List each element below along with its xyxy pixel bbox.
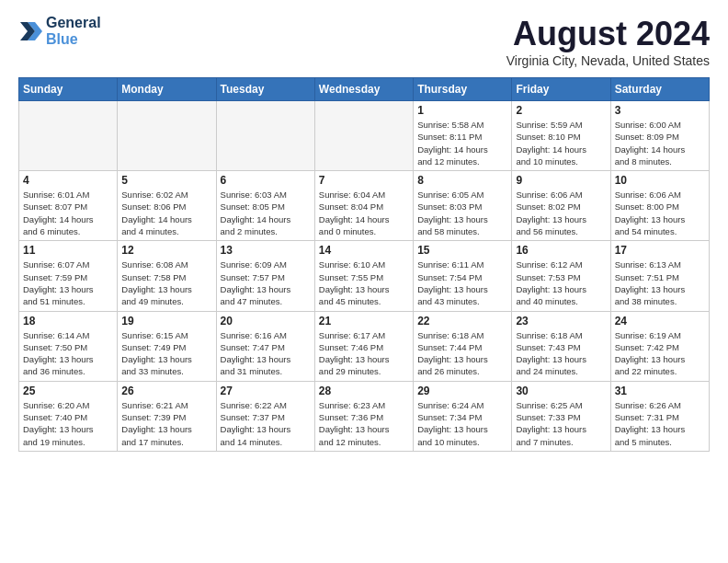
day-detail: Sunrise: 5:58 AM Sunset: 8:11 PM Dayligh… xyxy=(417,119,507,167)
week-row-3: 18Sunrise: 6:14 AM Sunset: 7:50 PM Dayli… xyxy=(19,311,710,381)
day-cell: 31Sunrise: 6:26 AM Sunset: 7:31 PM Dayli… xyxy=(610,381,709,451)
day-cell: 30Sunrise: 6:25 AM Sunset: 7:33 PM Dayli… xyxy=(512,381,610,451)
page: General Blue August 2024 Virginia City, … xyxy=(0,0,728,563)
day-cell: 22Sunrise: 6:18 AM Sunset: 7:44 PM Dayli… xyxy=(414,311,512,381)
day-detail: Sunrise: 6:26 AM Sunset: 7:31 PM Dayligh… xyxy=(615,399,705,448)
day-cell: 7Sunrise: 6:04 AM Sunset: 8:04 PM Daylig… xyxy=(314,171,413,241)
day-number: 24 xyxy=(615,315,705,327)
day-cell xyxy=(19,101,118,171)
col-sunday: Sunday xyxy=(19,78,118,101)
day-detail: Sunrise: 6:19 AM Sunset: 7:42 PM Dayligh… xyxy=(615,329,705,378)
day-number: 21 xyxy=(319,315,409,327)
col-saturday: Saturday xyxy=(610,78,709,101)
day-detail: Sunrise: 6:06 AM Sunset: 8:02 PM Dayligh… xyxy=(516,189,606,237)
location: Virginia City, Nevada, United States xyxy=(506,53,710,68)
day-detail: Sunrise: 6:13 AM Sunset: 7:51 PM Dayligh… xyxy=(615,259,705,307)
day-cell: 21Sunrise: 6:17 AM Sunset: 7:46 PM Dayli… xyxy=(314,311,413,381)
day-cell: 1Sunrise: 5:58 AM Sunset: 8:11 PM Daylig… xyxy=(414,101,512,171)
day-detail: Sunrise: 6:00 AM Sunset: 8:09 PM Dayligh… xyxy=(615,119,705,167)
day-cell: 5Sunrise: 6:02 AM Sunset: 8:06 PM Daylig… xyxy=(118,171,216,241)
day-detail: Sunrise: 6:08 AM Sunset: 7:58 PM Dayligh… xyxy=(121,259,211,307)
day-number: 18 xyxy=(23,315,113,327)
col-tuesday: Tuesday xyxy=(216,78,314,101)
day-cell: 6Sunrise: 6:03 AM Sunset: 8:05 PM Daylig… xyxy=(216,171,314,241)
day-detail: Sunrise: 6:05 AM Sunset: 8:03 PM Dayligh… xyxy=(417,189,507,237)
day-number: 5 xyxy=(121,174,211,187)
logo-icon xyxy=(18,18,44,44)
day-cell xyxy=(118,101,216,171)
day-detail: Sunrise: 6:18 AM Sunset: 7:44 PM Dayligh… xyxy=(417,329,507,378)
day-number: 8 xyxy=(417,174,507,187)
day-cell xyxy=(216,101,314,171)
day-number: 22 xyxy=(417,315,507,327)
day-cell: 4Sunrise: 6:01 AM Sunset: 8:07 PM Daylig… xyxy=(19,171,118,241)
day-detail: Sunrise: 6:12 AM Sunset: 7:53 PM Dayligh… xyxy=(516,259,606,307)
day-number: 12 xyxy=(121,244,211,257)
day-detail: Sunrise: 6:09 AM Sunset: 7:57 PM Dayligh… xyxy=(221,259,311,307)
day-number: 10 xyxy=(615,174,705,187)
day-number: 3 xyxy=(615,104,705,117)
day-cell: 12Sunrise: 6:08 AM Sunset: 7:58 PM Dayli… xyxy=(118,241,216,311)
day-detail: Sunrise: 6:24 AM Sunset: 7:34 PM Dayligh… xyxy=(417,399,507,448)
day-detail: Sunrise: 6:17 AM Sunset: 7:46 PM Dayligh… xyxy=(319,329,409,378)
day-number: 14 xyxy=(319,244,409,257)
header: General Blue August 2024 Virginia City, … xyxy=(18,15,710,68)
day-detail: Sunrise: 6:21 AM Sunset: 7:39 PM Dayligh… xyxy=(121,399,211,448)
week-row-1: 4Sunrise: 6:01 AM Sunset: 8:07 PM Daylig… xyxy=(19,171,710,241)
header-row: Sunday Monday Tuesday Wednesday Thursday… xyxy=(19,78,710,101)
week-row-0: 1Sunrise: 5:58 AM Sunset: 8:11 PM Daylig… xyxy=(19,101,710,171)
day-number: 29 xyxy=(417,385,507,397)
day-number: 28 xyxy=(319,385,409,397)
day-cell: 15Sunrise: 6:11 AM Sunset: 7:54 PM Dayli… xyxy=(414,241,512,311)
month-title: August 2024 xyxy=(506,15,710,53)
day-cell: 9Sunrise: 6:06 AM Sunset: 8:02 PM Daylig… xyxy=(512,171,610,241)
day-number: 23 xyxy=(516,315,606,327)
day-number: 15 xyxy=(417,244,507,257)
day-cell: 23Sunrise: 6:18 AM Sunset: 7:43 PM Dayli… xyxy=(512,311,610,381)
day-detail: Sunrise: 6:04 AM Sunset: 8:04 PM Dayligh… xyxy=(319,189,409,237)
day-number: 11 xyxy=(23,244,113,257)
day-cell: 16Sunrise: 6:12 AM Sunset: 7:53 PM Dayli… xyxy=(512,241,610,311)
day-cell: 25Sunrise: 6:20 AM Sunset: 7:40 PM Dayli… xyxy=(19,381,118,451)
calendar-table: Sunday Monday Tuesday Wednesday Thursday… xyxy=(18,77,710,452)
day-number: 9 xyxy=(516,174,606,187)
day-number: 19 xyxy=(121,315,211,327)
day-number: 2 xyxy=(516,104,606,117)
day-cell: 20Sunrise: 6:16 AM Sunset: 7:47 PM Dayli… xyxy=(216,311,314,381)
day-detail: Sunrise: 6:15 AM Sunset: 7:49 PM Dayligh… xyxy=(121,329,211,378)
day-number: 4 xyxy=(23,174,113,187)
day-cell: 2Sunrise: 5:59 AM Sunset: 8:10 PM Daylig… xyxy=(512,101,610,171)
day-cell: 13Sunrise: 6:09 AM Sunset: 7:57 PM Dayli… xyxy=(216,241,314,311)
day-number: 26 xyxy=(121,385,211,397)
day-number: 25 xyxy=(23,385,113,397)
day-number: 27 xyxy=(221,385,311,397)
day-cell: 11Sunrise: 6:07 AM Sunset: 7:59 PM Dayli… xyxy=(19,241,118,311)
day-cell: 26Sunrise: 6:21 AM Sunset: 7:39 PM Dayli… xyxy=(118,381,216,451)
day-number: 16 xyxy=(516,244,606,257)
day-detail: Sunrise: 6:20 AM Sunset: 7:40 PM Dayligh… xyxy=(23,399,113,448)
col-wednesday: Wednesday xyxy=(314,78,413,101)
day-number: 1 xyxy=(417,104,507,117)
week-row-2: 11Sunrise: 6:07 AM Sunset: 7:59 PM Dayli… xyxy=(19,241,710,311)
day-detail: Sunrise: 6:11 AM Sunset: 7:54 PM Dayligh… xyxy=(417,259,507,307)
day-detail: Sunrise: 6:22 AM Sunset: 7:37 PM Dayligh… xyxy=(221,399,311,448)
day-cell: 14Sunrise: 6:10 AM Sunset: 7:55 PM Dayli… xyxy=(314,241,413,311)
day-cell: 24Sunrise: 6:19 AM Sunset: 7:42 PM Dayli… xyxy=(610,311,709,381)
day-number: 7 xyxy=(319,174,409,187)
logo-text: General Blue xyxy=(46,15,101,48)
day-cell: 27Sunrise: 6:22 AM Sunset: 7:37 PM Dayli… xyxy=(216,381,314,451)
day-number: 13 xyxy=(221,244,311,257)
col-thursday: Thursday xyxy=(414,78,512,101)
day-number: 6 xyxy=(221,174,311,187)
col-monday: Monday xyxy=(118,78,216,101)
day-cell: 29Sunrise: 6:24 AM Sunset: 7:34 PM Dayli… xyxy=(414,381,512,451)
day-detail: Sunrise: 6:06 AM Sunset: 8:00 PM Dayligh… xyxy=(615,189,705,237)
day-cell: 18Sunrise: 6:14 AM Sunset: 7:50 PM Dayli… xyxy=(19,311,118,381)
day-cell: 8Sunrise: 6:05 AM Sunset: 8:03 PM Daylig… xyxy=(414,171,512,241)
day-detail: Sunrise: 6:23 AM Sunset: 7:36 PM Dayligh… xyxy=(319,399,409,448)
day-detail: Sunrise: 6:03 AM Sunset: 8:05 PM Dayligh… xyxy=(221,189,311,237)
col-friday: Friday xyxy=(512,78,610,101)
day-number: 30 xyxy=(516,385,606,397)
day-detail: Sunrise: 6:02 AM Sunset: 8:06 PM Dayligh… xyxy=(121,189,211,237)
day-detail: Sunrise: 6:16 AM Sunset: 7:47 PM Dayligh… xyxy=(221,329,311,378)
